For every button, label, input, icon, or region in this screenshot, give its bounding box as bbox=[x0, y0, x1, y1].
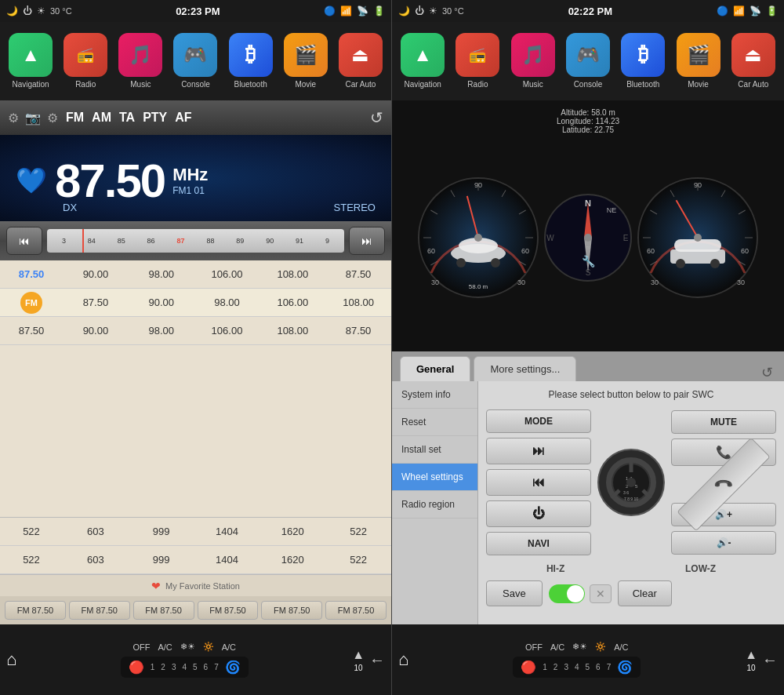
right-battery-icon: 🔋 bbox=[766, 5, 778, 16]
svg-text:58.0 m: 58.0 m bbox=[469, 283, 488, 290]
swc-buttons-grid: MODE ⏭ ⏮ ⏻ NAVI bbox=[486, 409, 776, 555]
mode-af[interactable]: AF bbox=[175, 111, 191, 125]
settings-refresh-btn[interactable]: ↺ bbox=[758, 362, 776, 384]
right-back-btn[interactable]: ← bbox=[762, 651, 778, 669]
right-ac2-label[interactable]: A/C bbox=[614, 642, 628, 652]
left-vol-up-btn[interactable]: ▲ bbox=[352, 648, 365, 662]
swc-prev-btn[interactable]: ⏮ bbox=[486, 469, 591, 496]
svg-text:30: 30 bbox=[517, 278, 525, 286]
nav-item-radio[interactable]: 📻 Radio bbox=[64, 33, 107, 89]
am-row-2[interactable]: 522 603 999 1404 1620 522 bbox=[0, 546, 391, 574]
right-fan-icon[interactable]: ❄☀ bbox=[572, 642, 587, 652]
right-ac-label[interactable]: A/C bbox=[550, 642, 564, 652]
menu-system-info[interactable]: System info bbox=[392, 381, 477, 409]
swc-prompt: Please select button below to pair SWC bbox=[486, 389, 776, 400]
right-heat-icon[interactable]: 🔆 bbox=[595, 642, 606, 652]
left-volume: ▲ 10 bbox=[352, 648, 365, 672]
nav-item-console[interactable]: 🎮 Console bbox=[173, 33, 217, 89]
left-fan-icon[interactable]: ❄☀ bbox=[180, 642, 195, 652]
favorite-icon[interactable]: 💙 bbox=[16, 166, 47, 195]
svg-text:30: 30 bbox=[651, 278, 659, 286]
cam-icon[interactable]: 📷 bbox=[25, 111, 41, 126]
eq-icon[interactable]: ⚙ bbox=[8, 111, 19, 126]
swc-vol-down-btn[interactable]: 🔊- bbox=[671, 531, 776, 555]
right-nav-radio[interactable]: 📻 Radio bbox=[456, 33, 499, 89]
svg-point-20 bbox=[474, 234, 482, 242]
preset-btn-4[interactable]: FM 87.50 bbox=[198, 601, 259, 620]
stereo-mode: STEREO bbox=[334, 202, 376, 213]
swc-mode-btn[interactable]: MODE bbox=[486, 409, 591, 433]
right-volume: ▲ 10 bbox=[745, 648, 757, 672]
svg-text:m: m bbox=[586, 244, 591, 251]
left-ac-label[interactable]: A/C bbox=[158, 642, 172, 652]
nav-item-movie[interactable]: 🎬 Movie bbox=[284, 33, 328, 89]
seek-back-btn[interactable]: ⏮ bbox=[6, 227, 42, 255]
mode-am[interactable]: AM bbox=[92, 111, 111, 125]
bt-icon: 🔵 bbox=[324, 5, 336, 16]
mode-fm[interactable]: FM bbox=[66, 111, 84, 125]
right-home-btn[interactable]: ⌂ bbox=[398, 650, 408, 670]
right-fan2-icon: 🌀 bbox=[617, 660, 633, 675]
nav-icon-radio: 📻 bbox=[64, 33, 107, 77]
swc-power-btn[interactable]: ⏻ bbox=[486, 500, 591, 527]
clear-button[interactable]: Clear bbox=[618, 580, 672, 606]
right-panel: 🌙 ⏻ ☀ 30 °C 02:22 PM 🔵 📶 📡 🔋 ▲ Navigatio… bbox=[392, 0, 784, 695]
save-button[interactable]: Save bbox=[486, 580, 543, 606]
right-time: 02:22 PM bbox=[568, 5, 612, 17]
swc-next-btn[interactable]: ⏭ bbox=[486, 438, 591, 464]
right-nav-label-console: Console bbox=[574, 80, 603, 89]
right-nav-movie[interactable]: 🎬 Movie bbox=[677, 33, 720, 89]
tab-general[interactable]: General bbox=[400, 356, 470, 381]
right-vol-up-btn[interactable]: ▲ bbox=[745, 648, 757, 662]
menu-wheel-settings[interactable]: Wheel settings bbox=[392, 464, 477, 491]
left-back-btn[interactable]: ← bbox=[369, 651, 385, 669]
nav-item-music[interactable]: 🎵 Music bbox=[118, 33, 162, 89]
fm-badge-cell: FM bbox=[0, 292, 63, 314]
radio-refresh-btn[interactable]: ↺ bbox=[370, 108, 383, 127]
mode-ta[interactable]: TA bbox=[119, 111, 135, 125]
left-bottom-bar: ⌂ OFF A/C ❄☀ 🔆 A/C 🔴 1 2 3 4 5 6 7 🌀 bbox=[0, 624, 391, 695]
steering-wheel: 1 4 2 5 3 6 7 8 9 10 bbox=[596, 447, 666, 518]
right-nav-music[interactable]: 🎵 Music bbox=[511, 33, 555, 89]
preset-btn-2[interactable]: FM 87.50 bbox=[69, 601, 130, 620]
nav-item-bluetooth[interactable]: ₿ Bluetooth bbox=[229, 33, 273, 89]
menu-radio-region[interactable]: Radio region bbox=[392, 491, 477, 519]
right-top-bar: 🌙 ⏻ ☀ 30 °C 02:22 PM 🔵 📶 📡 🔋 bbox=[392, 0, 784, 22]
nav-item-carauto[interactable]: ⏏ Car Auto bbox=[339, 33, 383, 89]
nav-item-navigation[interactable]: ▲ Navigation bbox=[9, 33, 53, 89]
am-row-1[interactable]: 522 603 999 1404 1620 522 bbox=[0, 518, 391, 546]
left-ac2-label[interactable]: A/C bbox=[222, 642, 236, 652]
preset-btn-5[interactable]: FM 87.50 bbox=[261, 601, 322, 620]
left-flame-icon: 🔴 bbox=[129, 660, 144, 675]
hz-row: HI-Z LOW-Z bbox=[486, 563, 776, 574]
swc-navi-btn[interactable]: NAVI bbox=[486, 532, 591, 555]
right-nav-carauto[interactable]: ⏏ Car Auto bbox=[731, 33, 775, 89]
menu-install-set[interactable]: Install set bbox=[392, 436, 477, 464]
seek-fwd-btn[interactable]: ⏭ bbox=[349, 227, 385, 255]
preset-btn-3[interactable]: FM 87.50 bbox=[133, 601, 194, 620]
fm-preset-row-1[interactable]: 87.50 90.00 98.00 106.00 108.00 87.50 bbox=[0, 260, 391, 289]
swc-mute-btn[interactable]: MUTE bbox=[671, 410, 776, 434]
radio-content: ⚙ 📷 ⚙ FM AM TA PTY AF ↺ 💙 87.50 MHz FM1 … bbox=[0, 100, 391, 624]
fm-preset-row-2[interactable]: FM 87.50 90.00 98.00 106.00 108.00 bbox=[0, 289, 391, 317]
swc-left-col: MODE ⏭ ⏮ ⏻ NAVI bbox=[486, 409, 591, 555]
right-nav-console[interactable]: 🎮 Console bbox=[566, 33, 610, 89]
toggle-x-btn[interactable]: ✕ bbox=[590, 584, 612, 603]
fm-preset-row-3[interactable]: 87.50 90.00 98.00 106.00 108.00 87.50 bbox=[0, 317, 391, 345]
menu-reset[interactable]: Reset bbox=[392, 409, 477, 436]
svg-point-18 bbox=[491, 258, 500, 267]
left-gauge: 60 90 60 30 30 58.0 m bbox=[416, 175, 541, 300]
left-top-bar: 🌙 ⏻ ☀ 30 °C 02:23 PM 🔵 📶 📡 🔋 bbox=[0, 0, 391, 22]
settings2-icon[interactable]: ⚙ bbox=[47, 111, 58, 126]
preset-btn-1[interactable]: FM 87.50 bbox=[5, 601, 66, 620]
right-nav-navigation[interactable]: ▲ Navigation bbox=[401, 33, 445, 89]
toggle-switch[interactable] bbox=[549, 584, 585, 603]
right-nav-bluetooth[interactable]: ₿ Bluetooth bbox=[621, 33, 665, 89]
left-heat-icon[interactable]: 🔆 bbox=[203, 642, 214, 652]
right-bottom-bar: ⌂ OFF A/C ❄☀ 🔆 A/C 🔴 1 2 3 4 5 6 7 🌀 bbox=[392, 624, 784, 695]
tab-more-settings[interactable]: More settings... bbox=[474, 356, 576, 381]
preset-btn-6[interactable]: FM 87.50 bbox=[325, 601, 387, 620]
svg-text:30: 30 bbox=[431, 278, 439, 286]
left-home-btn[interactable]: ⌂ bbox=[6, 650, 16, 670]
mode-pty[interactable]: PTY bbox=[143, 111, 167, 125]
